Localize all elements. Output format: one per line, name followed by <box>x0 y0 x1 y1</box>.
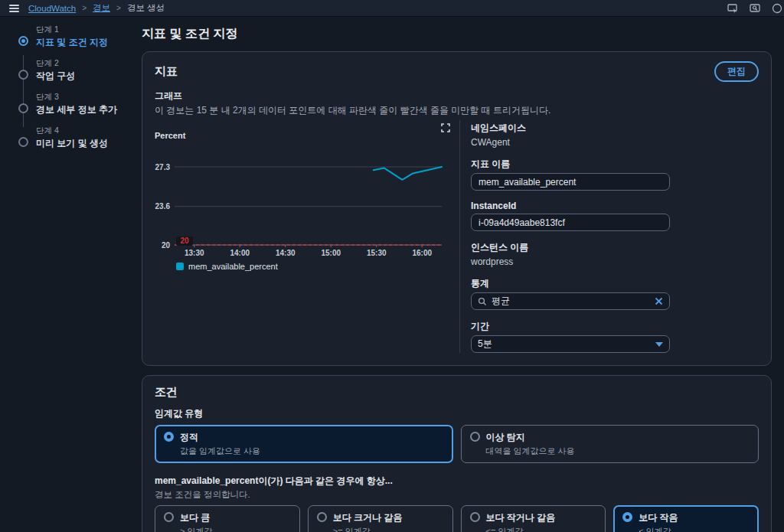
step-radio-icon <box>18 36 28 46</box>
conditions-card: 조건 임계값 유형 정적 값을 임계값으로 사용 이상 탐지 대역을 임계값으로… <box>142 375 772 532</box>
radio-icon[interactable] <box>164 432 174 442</box>
legend-swatch <box>176 263 184 270</box>
condition-when-desc: 경보 조건을 정의합니다. <box>155 489 759 501</box>
threshold-type-options: 정적 값을 임계값으로 사용 이상 탐지 대역을 임계값으로 사용 <box>155 425 759 463</box>
condition-when-label: mem_available_percent이(가) 다음과 같은 경우에 항상.… <box>155 475 759 488</box>
topbar-actions <box>727 3 776 14</box>
svg-text:23.6: 23.6 <box>155 202 171 211</box>
metric-chart: 27.323.62013:3014:0014:3015:0015:3016:00… <box>155 142 447 258</box>
search-icon <box>478 297 487 306</box>
radio-icon[interactable] <box>317 512 327 522</box>
tile-label: 정적 <box>180 431 260 444</box>
step-number: 단계 3 <box>36 92 117 103</box>
edit-button[interactable]: 편집 <box>714 61 759 82</box>
instance-name-label: 인스턴스 이름 <box>471 241 759 254</box>
step-label: 미리 보기 및 생성 <box>36 137 108 150</box>
radio-icon[interactable] <box>470 432 480 442</box>
chevron-down-icon <box>655 342 663 347</box>
step-1-metric-and-conditions[interactable]: 단계 1 지표 및 조건 지정 <box>18 24 142 49</box>
main-content: 지표 및 조건 지정 지표 편집 그래프 이 경보는 15 분 내 2개의 데이… <box>142 17 772 532</box>
namespace-value: CWAgent <box>471 137 759 148</box>
svg-text:15:30: 15:30 <box>367 249 387 257</box>
tile-label: 보다 크거나 같음 <box>333 511 403 524</box>
step-radio-icon <box>18 137 28 147</box>
monitor-search-icon[interactable] <box>750 3 760 14</box>
graph-label: 그래프 <box>155 90 759 103</box>
tile-desc: >= 임계값 <box>333 526 403 532</box>
period-select[interactable]: 5분 <box>471 335 670 353</box>
tile-desc: > 임계값 <box>180 526 212 532</box>
step-number: 단계 4 <box>36 126 108 136</box>
metric-name-label: 지표 이름 <box>471 158 759 171</box>
svg-text:13:30: 13:30 <box>185 249 204 257</box>
step-label: 경보 세부 정보 추가 <box>36 103 117 116</box>
svg-text:20: 20 <box>162 241 171 250</box>
svg-text:27.3: 27.3 <box>155 163 171 171</box>
wizard-steps: 단계 1 지표 및 조건 지정 단계 2 작업 구성 단계 3 경보 세부 정보… <box>0 17 142 532</box>
instance-id-input[interactable] <box>471 214 670 231</box>
menu-icon[interactable] <box>8 3 21 14</box>
step-2-configure-actions[interactable]: 단계 2 작업 구성 <box>18 58 142 83</box>
operator-options: 보다 큼 > 임계값 보다 크거나 같음 >= 임계값 보다 작거나 같음 <box>155 505 759 532</box>
step-radio-icon <box>18 103 28 113</box>
breadcrumb-separator: > <box>116 4 121 12</box>
radio-icon[interactable] <box>622 512 632 522</box>
tile-desc: 값을 임계값으로 사용 <box>180 446 260 457</box>
operator-greater[interactable]: 보다 큼 > 임계값 <box>155 505 300 532</box>
metric-name-input[interactable] <box>471 173 670 191</box>
radio-icon[interactable] <box>470 512 480 522</box>
svg-text:14:00: 14:00 <box>230 249 250 257</box>
step-label: 지표 및 조건 지정 <box>36 36 108 49</box>
tile-desc: <= 임계값 <box>486 526 556 532</box>
metric-card: 지표 편집 그래프 이 경보는 15 분 내 2개의 데이터 포인트에 대해 파… <box>142 51 772 366</box>
page-title: 지표 및 조건 지정 <box>142 26 772 42</box>
conditions-card-title: 조건 <box>155 385 759 400</box>
threshold-type-static[interactable]: 정적 값을 임계값으로 사용 <box>155 425 453 463</box>
step-number: 단계 1 <box>36 24 108 35</box>
breadcrumb: CloudWatch > 경보 > 경보 생성 <box>28 2 165 14</box>
monitor-cursor-icon[interactable] <box>727 3 738 14</box>
tile-label: 보다 작음 <box>639 511 678 524</box>
fullscreen-icon[interactable] <box>441 123 450 132</box>
chart-unit-label: Percent <box>155 131 459 140</box>
tile-desc: 대역을 임계값으로 사용 <box>486 446 575 457</box>
instance-name-value: wordpress <box>471 256 759 267</box>
step-radio-icon <box>18 70 28 80</box>
statistic-label: 통계 <box>471 277 759 290</box>
graph-description: 이 경보는 15 분 내 2개의 데이터 포인트에 대해 파란색 줄이 빨간색 … <box>155 104 759 117</box>
tile-desc: < 임계값 <box>639 526 678 532</box>
svg-text:14:30: 14:30 <box>276 249 296 257</box>
breadcrumb-alarms[interactable]: 경보 <box>93 2 110 14</box>
metric-chart-panel: Percent 27.323.62013:3014:0014:3015:0015… <box>155 120 459 353</box>
svg-text:15:00: 15:00 <box>321 249 341 257</box>
partial-circle-icon[interactable] <box>772 3 782 14</box>
step-3-add-alarm-details[interactable]: 단계 3 경보 세부 정보 추가 <box>18 92 142 116</box>
svg-text:16:00: 16:00 <box>412 249 432 257</box>
clear-x-icon[interactable] <box>655 297 663 305</box>
breadcrumb-current: 경보 생성 <box>127 2 165 14</box>
namespace-label: 네임스페이스 <box>471 122 759 135</box>
threshold-type-label: 임계값 유형 <box>155 407 759 420</box>
tile-label: 이상 탐지 <box>486 431 575 444</box>
period-label: 기간 <box>471 320 759 333</box>
step-4-preview-and-create[interactable]: 단계 4 미리 보기 및 생성 <box>18 126 142 150</box>
metric-card-title: 지표 <box>155 64 178 79</box>
statistic-input[interactable]: 평균 <box>471 292 670 310</box>
instance-id-label: InstanceId <box>471 201 759 211</box>
step-label: 작업 구성 <box>36 70 75 83</box>
chart-legend: mem_available_percent <box>176 262 459 271</box>
operator-less-or-equal[interactable]: 보다 작거나 같음 <= 임계값 <box>461 505 606 532</box>
svg-text:20: 20 <box>180 237 189 245</box>
breadcrumb-separator: > <box>82 4 87 12</box>
topbar: CloudWatch > 경보 > 경보 생성 <box>0 0 784 17</box>
threshold-type-anomaly[interactable]: 이상 탐지 대역을 임계값으로 사용 <box>461 425 760 463</box>
operator-greater-or-equal[interactable]: 보다 크거나 같음 >= 임계값 <box>308 505 453 532</box>
tile-label: 보다 큼 <box>180 511 212 524</box>
operator-less[interactable]: 보다 작음 < 임계값 <box>613 505 759 532</box>
radio-icon[interactable] <box>164 512 174 522</box>
breadcrumb-cloudwatch[interactable]: CloudWatch <box>28 4 76 13</box>
metric-fields: 네임스페이스 CWAgent 지표 이름 InstanceId 인스턴스 이름 … <box>460 120 759 353</box>
period-value: 5분 <box>478 338 651 351</box>
tile-label: 보다 작거나 같음 <box>486 511 556 524</box>
statistic-value: 평균 <box>492 295 650 308</box>
